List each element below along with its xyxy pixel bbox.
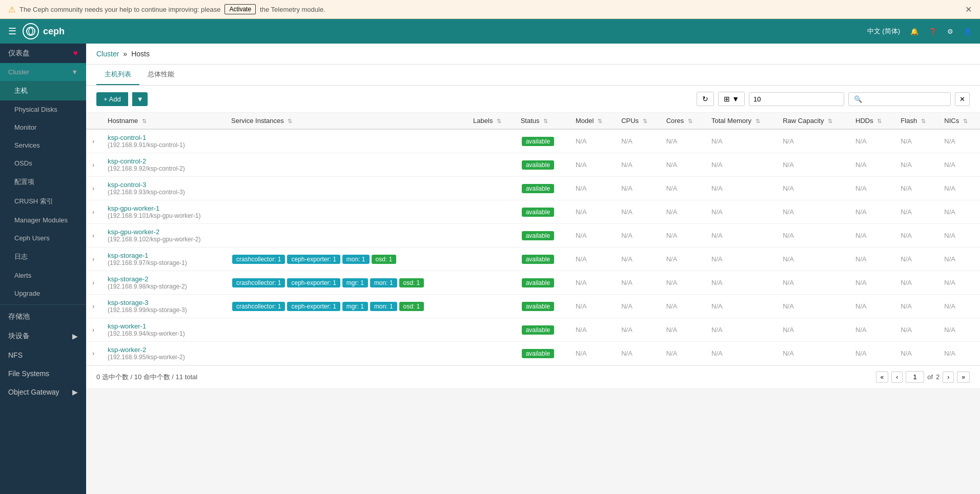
sidebar-item-nfs[interactable]: NFS: [0, 346, 86, 364]
cell-labels: [467, 295, 515, 318]
cell-cores: N/A: [660, 271, 705, 295]
layout: 仪表盘 ♥ Cluster ▼ 主机 Physical Disks Monito…: [0, 44, 980, 494]
table-row: ›ksp-control-1(192.168.9.91/ksp-control-…: [86, 129, 980, 153]
col-nics[interactable]: NICs ⇅: [938, 113, 980, 129]
help-icon[interactable]: ❓: [929, 28, 937, 35]
row-expand-button[interactable]: ›: [92, 209, 94, 216]
col-flash[interactable]: Flash ⇅: [894, 113, 938, 129]
table-row: ›ksp-storage-3(192.168.9.99/ksp-storage-…: [86, 295, 980, 318]
sidebar-item-services[interactable]: Services: [0, 136, 86, 154]
status-badge: available: [522, 208, 554, 217]
service-badge: mgr: 1: [342, 302, 368, 311]
status-badge: available: [522, 255, 554, 264]
rows-per-page-input[interactable]: [749, 92, 844, 106]
sidebar-item-osds[interactable]: OSDs: [0, 154, 86, 172]
prev-page-button[interactable]: ‹: [891, 372, 903, 383]
main-content: Cluster » Hosts 主机列表 总体性能 + Add ▼ ↻ ⊞ ▼ …: [86, 44, 980, 494]
sidebar-item-ceph-users[interactable]: Ceph Users: [0, 229, 86, 247]
sidebar-item-config[interactable]: 配置项: [0, 172, 86, 192]
cell-flash: N/A: [894, 342, 938, 365]
search-input[interactable]: [848, 92, 951, 106]
activate-button[interactable]: Activate: [224, 4, 256, 14]
service-badge: crashcollector: 1: [232, 302, 285, 311]
cell-labels: [467, 248, 515, 271]
add-button[interactable]: + Add: [96, 92, 128, 106]
cell-labels: [467, 153, 515, 177]
cell-labels: [467, 224, 515, 248]
tab-performance[interactable]: 总体性能: [139, 65, 182, 85]
lang-selector[interactable]: 中文 (简体): [867, 27, 900, 36]
col-cpus[interactable]: CPUs ⇅: [615, 113, 660, 129]
notification-text-after: the Telemetry module.: [260, 6, 325, 13]
status-badge: available: [522, 325, 554, 335]
hamburger-menu[interactable]: ☰: [8, 26, 16, 37]
cell-total-memory: N/A: [705, 318, 777, 342]
col-hostname[interactable]: Hostname ⇅: [101, 113, 225, 129]
service-badge: crashcollector: 1: [232, 255, 285, 264]
row-expand-button[interactable]: ›: [92, 303, 94, 310]
sidebar-item-cluster[interactable]: Cluster ▼: [0, 63, 86, 81]
cell-cpus: N/A: [615, 295, 660, 318]
breadcrumb-cluster[interactable]: Cluster: [96, 50, 119, 58]
clear-search-button[interactable]: ✕: [955, 92, 970, 106]
add-dropdown-button[interactable]: ▼: [132, 92, 148, 106]
cell-hostname: ksp-gpu-worker-1(192.168.9.101/ksp-gpu-w…: [101, 200, 225, 224]
user-icon[interactable]: 👤: [964, 28, 972, 35]
col-cores[interactable]: Cores ⇅: [660, 113, 705, 129]
close-notification-button[interactable]: ✕: [965, 5, 972, 14]
col-labels[interactable]: Labels ⇅: [467, 113, 515, 129]
sidebar-item-object-gateway[interactable]: Object Gateway ▶: [0, 383, 86, 401]
row-expand-button[interactable]: ›: [92, 350, 94, 357]
last-page-button[interactable]: »: [957, 372, 970, 383]
row-expand-button[interactable]: ›: [92, 232, 94, 239]
sidebar-item-crush[interactable]: CRUSH 索引: [0, 192, 86, 211]
sidebar-item-block[interactable]: 块设备 ▶: [0, 326, 86, 346]
tab-host-list[interactable]: 主机列表: [96, 65, 139, 85]
cell-services: [225, 153, 467, 177]
sidebar-item-manager-modules[interactable]: Manager Modules: [0, 211, 86, 229]
cell-labels: [467, 200, 515, 224]
object-gateway-label: Object Gateway: [8, 388, 59, 396]
warning-icon: ⚠: [8, 5, 15, 14]
row-expand-button[interactable]: ›: [92, 138, 94, 145]
cell-total-memory: N/A: [705, 224, 777, 248]
row-expand-button[interactable]: ›: [92, 256, 94, 263]
page-number-input[interactable]: [906, 371, 924, 383]
cell-raw-capacity: N/A: [777, 295, 849, 318]
next-page-button[interactable]: ›: [943, 372, 954, 383]
cell-services: [225, 318, 467, 342]
sidebar-item-logs[interactable]: 日志: [0, 247, 86, 266]
sidebar-item-physical-disks[interactable]: Physical Disks: [0, 100, 86, 118]
gear-icon[interactable]: ⚙: [947, 28, 953, 35]
col-model[interactable]: Model ⇅: [569, 113, 615, 129]
sidebar-item-hosts[interactable]: 主机: [0, 81, 86, 100]
bell-icon[interactable]: 🔔: [910, 28, 918, 35]
first-page-button[interactable]: «: [876, 372, 889, 383]
cell-cores: N/A: [660, 224, 705, 248]
sidebar-item-monitor[interactable]: Monitor: [0, 118, 86, 136]
row-expand-button[interactable]: ›: [92, 326, 94, 334]
cell-raw-capacity: N/A: [777, 129, 849, 153]
sidebar-item-dashboard[interactable]: 仪表盘 ♥: [0, 44, 86, 63]
sidebar-item-filesystems[interactable]: File Systems: [0, 364, 86, 383]
sidebar-item-upgrade[interactable]: Upgrade: [0, 284, 86, 302]
chevron-right-icon: ▶: [72, 332, 78, 340]
cell-hdds: N/A: [849, 129, 894, 153]
cell-nics: N/A: [938, 318, 980, 342]
sidebar-item-alerts[interactable]: Alerts: [0, 266, 86, 284]
row-expand-button[interactable]: ›: [92, 279, 94, 286]
logo: ceph: [23, 23, 65, 39]
cell-cores: N/A: [660, 295, 705, 318]
cell-nics: N/A: [938, 224, 980, 248]
sidebar-item-storage[interactable]: 存储池: [0, 307, 86, 326]
cell-flash: N/A: [894, 200, 938, 224]
col-hdds[interactable]: HDDs ⇅: [849, 113, 894, 129]
col-status[interactable]: Status ⇅: [515, 113, 569, 129]
col-total-memory[interactable]: Total Memory ⇅: [705, 113, 777, 129]
columns-button[interactable]: ⊞ ▼: [718, 92, 745, 106]
col-raw-capacity[interactable]: Raw Capacity ⇅: [777, 113, 849, 129]
refresh-button[interactable]: ↻: [697, 92, 714, 106]
col-service-instances[interactable]: Service Instances ⇅: [225, 113, 467, 129]
row-expand-button[interactable]: ›: [92, 185, 94, 192]
row-expand-button[interactable]: ›: [92, 161, 94, 169]
